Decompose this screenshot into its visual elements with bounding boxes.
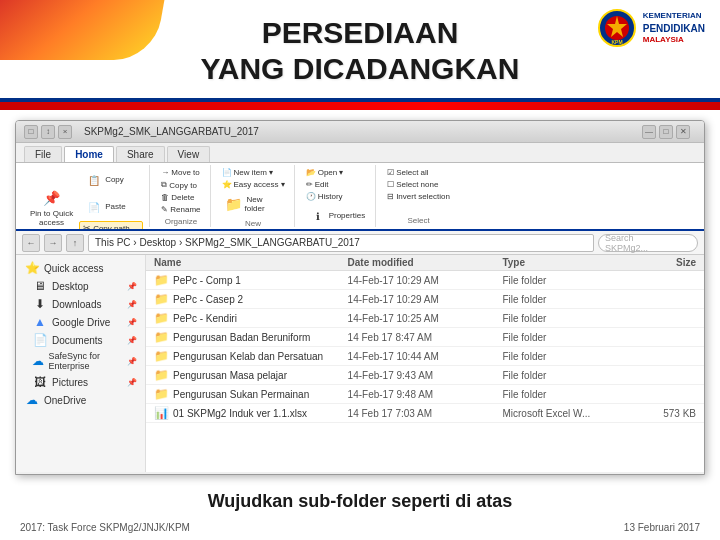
sidebar-label-desktop: Desktop: [52, 281, 89, 292]
new-folder-button[interactable]: 📁 Newfolder: [219, 191, 269, 217]
maximize-button[interactable]: □: [659, 125, 673, 139]
select-all-button[interactable]: ☑ Select all: [384, 167, 431, 178]
window-controls[interactable]: — □ ✕: [642, 125, 690, 139]
file-type-cell: File folder: [502, 389, 618, 400]
table-row[interactable]: 📁 PePc - Casep 2 14-Feb-17 10:29 AM File…: [146, 290, 704, 309]
col-header-name[interactable]: Name: [154, 257, 348, 268]
rename-button[interactable]: ✎ Rename: [158, 204, 203, 215]
tb-icon-3: ×: [58, 125, 72, 139]
forward-button[interactable]: →: [44, 234, 62, 252]
file-name: Pengurusan Badan Beruniform: [173, 332, 310, 343]
invert-selection-button[interactable]: ⊟ Invert selection: [384, 191, 453, 202]
tb-icon-2: ↕: [41, 125, 55, 139]
rename-label: Rename: [170, 205, 200, 214]
select-all-label: Select all: [396, 168, 428, 177]
easy-access-button[interactable]: ⭐ Easy access ▾: [219, 179, 288, 190]
delete-label: Delete: [171, 193, 194, 202]
edit-label: Edit: [315, 180, 329, 189]
sidebar-item-pictures[interactable]: 🖼 Pictures 📌: [16, 373, 145, 391]
col-header-type[interactable]: Type: [502, 257, 618, 268]
file-icon: 📁: [154, 311, 169, 325]
sidebar-item-onedrive[interactable]: ☁ OneDrive: [16, 391, 145, 409]
file-name-cell: 📁 Pengurusan Masa pelajar: [154, 368, 348, 382]
title-area: PERSEDIAAN YANG DICADANGKAN: [0, 15, 720, 87]
sidebar-item-documents[interactable]: 📄 Documents 📌: [16, 331, 145, 349]
file-name: PePc - Comp 1: [173, 275, 241, 286]
close-button[interactable]: ✕: [676, 125, 690, 139]
tab-view[interactable]: View: [167, 146, 211, 162]
file-name: Pengurusan Kelab dan Persatuan: [173, 351, 323, 362]
up-button[interactable]: ↑: [66, 234, 84, 252]
sidebar-item-downloads[interactable]: ⬇ Downloads 📌: [16, 295, 145, 313]
open-button[interactable]: 📂 Open ▾: [303, 167, 347, 178]
col-header-date[interactable]: Date modified: [348, 257, 503, 268]
googledrive-pin: 📌: [127, 318, 137, 327]
sidebar-label-googledrive: Google Drive: [52, 317, 110, 328]
documents-pin: 📌: [127, 336, 137, 345]
copy-button[interactable]: 📋 Copy: [79, 167, 143, 193]
file-type-cell: File folder: [502, 370, 618, 381]
onedrive-icon: ☁: [24, 393, 40, 407]
documents-icon: 📄: [32, 333, 48, 347]
select-buttons: ☑ Select all ☐ Select none ⊟ Invert sele…: [384, 167, 453, 214]
new-folder-icon: 📁: [223, 193, 245, 215]
table-row[interactable]: 📁 Pengurusan Masa pelajar 14-Feb-17 9:43…: [146, 366, 704, 385]
table-row[interactable]: 📁 PePc - Comp 1 14-Feb-17 10:29 AM File …: [146, 271, 704, 290]
select-none-button[interactable]: ☐ Select none: [384, 179, 441, 190]
downloads-pin: 📌: [127, 300, 137, 309]
copy-path-label: Copy path: [93, 224, 129, 232]
file-type-cell: File folder: [502, 313, 618, 324]
sidebar-label-downloads: Downloads: [52, 299, 101, 310]
copy-to-button[interactable]: ⧉ Copy to: [158, 179, 200, 191]
new-item-button[interactable]: 📄 New item ▾: [219, 167, 277, 178]
table-row[interactable]: 📊 01 SKPMg2 Induk ver 1.1.xlsx 14 Feb 17…: [146, 404, 704, 423]
bottom-bar: 2017: Task Force SKPMg2/JNJK/KPM 13 Febr…: [0, 514, 720, 540]
invert-icon: ⊟: [387, 192, 394, 201]
address-path[interactable]: This PC › Desktop › SKPMg2_SMK_LANGGARBA…: [88, 234, 594, 252]
tab-share[interactable]: Share: [116, 146, 165, 162]
search-box[interactable]: Search SKPMg2...: [598, 234, 698, 252]
copy-label: Copy: [105, 176, 124, 185]
paste-button[interactable]: 📄 Paste: [79, 194, 143, 220]
organize-buttons: → Move to ⧉ Copy to 🗑 Delete ✎ Rename: [158, 167, 203, 215]
delete-button[interactable]: 🗑 Delete: [158, 192, 197, 203]
safesync-icon: ☁: [32, 354, 45, 368]
select-none-icon: ☐: [387, 180, 394, 189]
sidebar-label-pictures: Pictures: [52, 377, 88, 388]
table-row[interactable]: 📁 Pengurusan Sukan Permainan 14-Feb-17 9…: [146, 385, 704, 404]
file-date-cell: 14 Feb 17 8:47 AM: [348, 332, 503, 343]
pictures-pin: 📌: [127, 378, 137, 387]
pin-to-quick-access-button[interactable]: 📌 Pin to Quickaccess: [26, 185, 77, 230]
pin-label: Pin to Quickaccess: [30, 210, 73, 228]
table-row[interactable]: 📁 PePc - Kendiri 14-Feb-17 10:25 AM File…: [146, 309, 704, 328]
tab-file[interactable]: File: [24, 146, 62, 162]
select-all-icon: ☑: [387, 168, 394, 177]
window-title: SKPMg2_SMK_LANGGARBATU_2017: [84, 126, 636, 137]
properties-button[interactable]: ℹ Properties: [303, 203, 369, 229]
back-button[interactable]: ←: [22, 234, 40, 252]
edit-button[interactable]: ✏ Edit: [303, 179, 332, 190]
easy-access-icon: ⭐: [222, 180, 232, 189]
move-to-icon: →: [161, 168, 169, 177]
file-icon: 📊: [154, 406, 169, 420]
move-to-button[interactable]: → Move to: [158, 167, 202, 178]
file-icon: 📁: [154, 273, 169, 287]
copy-path-button[interactable]: ✂ Copy path: [79, 221, 143, 231]
table-row[interactable]: 📁 Pengurusan Badan Beruniform 14 Feb 17 …: [146, 328, 704, 347]
file-type-cell: File folder: [502, 332, 618, 343]
sidebar-item-safesync[interactable]: ☁ SafeSync for Enterprise 📌: [16, 349, 145, 373]
open-icon: 📂: [306, 168, 316, 177]
delete-icon: 🗑: [161, 193, 169, 202]
tab-home[interactable]: Home: [64, 146, 114, 162]
table-row[interactable]: 📁 Pengurusan Kelab dan Persatuan 14-Feb-…: [146, 347, 704, 366]
col-header-size[interactable]: Size: [619, 257, 696, 268]
copy-to-label: Copy to: [169, 181, 197, 190]
sidebar-item-desktop[interactable]: 🖥 Desktop 📌: [16, 277, 145, 295]
history-button[interactable]: 🕐 History: [303, 191, 346, 202]
sidebar-item-quickaccess[interactable]: ⭐ Quick access: [16, 259, 145, 277]
open-group: 📂 Open ▾ ✏ Edit 🕐 History ℹ Properties O…: [297, 165, 376, 227]
file-date-cell: 14-Feb-17 10:29 AM: [348, 275, 503, 286]
sidebar-item-googledrive[interactable]: ▲ Google Drive 📌: [16, 313, 145, 331]
minimize-button[interactable]: —: [642, 125, 656, 139]
copy-icon: 📋: [83, 169, 105, 191]
